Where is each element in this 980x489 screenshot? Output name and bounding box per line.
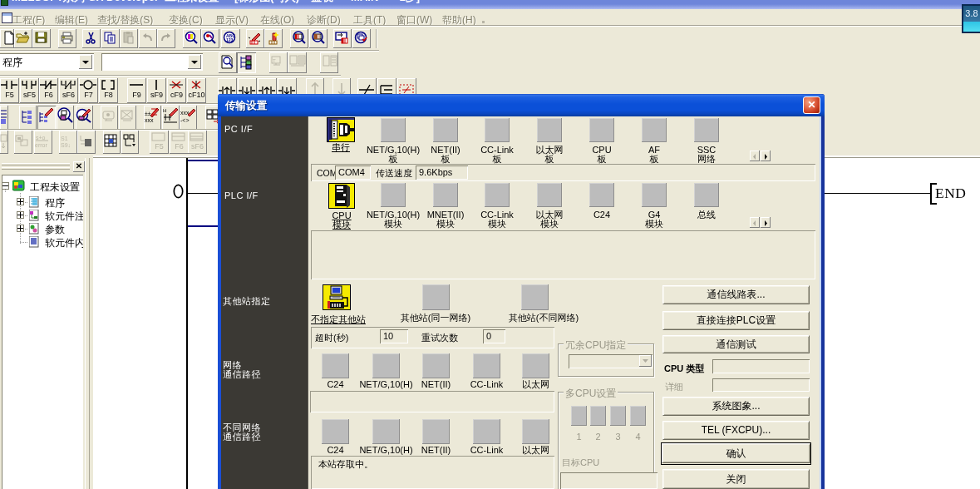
svg-text:T: T (273, 58, 276, 63)
svg-text:123: 123 (226, 37, 234, 42)
svg-text:S1: S1 (61, 136, 68, 141)
svg-text:xxx: xxx (145, 117, 154, 123)
svg-text:-<>: -<> (180, 117, 190, 123)
svg-text:s+o: s+o (36, 135, 46, 141)
svg-text:error: error (35, 142, 47, 148)
svg-text:S9↓: S9↓ (61, 142, 71, 148)
svg-text:H: H (163, 108, 166, 113)
